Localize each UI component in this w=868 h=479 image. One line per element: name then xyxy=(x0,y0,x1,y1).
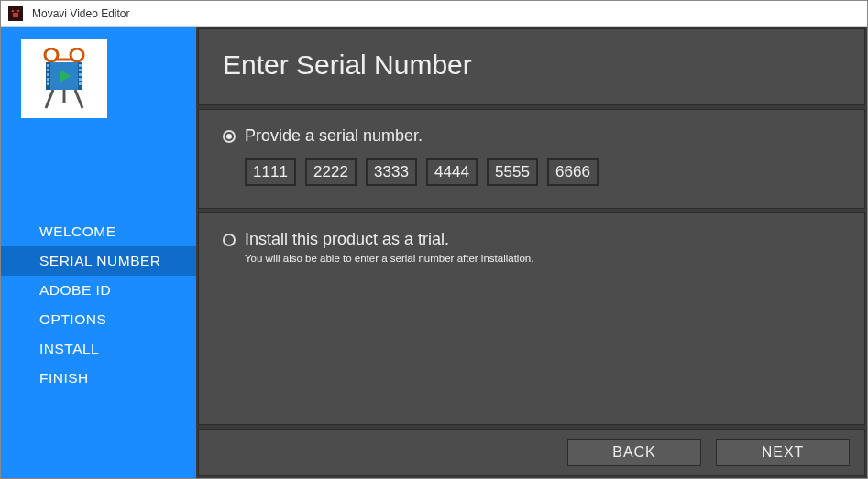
svg-rect-10 xyxy=(47,64,49,67)
nav: WELCOME SERIAL NUMBER ADOBE ID OPTIONS I… xyxy=(1,217,196,393)
panel-trial: Install this product as a trial. You wil… xyxy=(198,212,865,425)
radio-trial-label: Install this product as a trial. xyxy=(245,230,449,249)
svg-rect-14 xyxy=(47,82,49,85)
nav-item-serial-number[interactable]: SERIAL NUMBER xyxy=(1,246,196,276)
main: Enter Serial Number Provide a serial num… xyxy=(196,27,867,478)
serial-fields: 1111 2222 3333 4444 5555 6666 xyxy=(245,158,841,186)
svg-rect-3 xyxy=(13,13,18,17)
nav-item-adobe-id[interactable]: ADOBE ID xyxy=(1,276,196,305)
serial-field-2[interactable]: 2222 xyxy=(305,158,357,186)
footer: BACK NEXT xyxy=(198,429,865,476)
radio-provide-serial-label: Provide a serial number. xyxy=(245,126,423,146)
back-button[interactable]: BACK xyxy=(567,439,701,466)
installer-window: Movavi Video Editor xyxy=(0,0,868,479)
app-title: Movavi Video Editor xyxy=(32,7,130,20)
radio-button-icon xyxy=(223,130,236,143)
radio-provide-serial[interactable]: Provide a serial number. xyxy=(223,126,841,146)
svg-rect-11 xyxy=(47,69,49,71)
nav-item-options[interactable]: OPTIONS xyxy=(1,305,196,334)
svg-rect-16 xyxy=(79,69,82,71)
serial-field-3[interactable]: 3333 xyxy=(366,158,417,186)
svg-rect-18 xyxy=(79,78,82,81)
radio-trial[interactable]: Install this product as a trial. xyxy=(223,230,841,249)
nav-item-finish[interactable]: FINISH xyxy=(1,364,196,393)
page-header: Enter Serial Number xyxy=(198,28,865,105)
svg-point-2 xyxy=(17,9,20,12)
svg-rect-13 xyxy=(47,78,49,81)
nav-item-install[interactable]: INSTALL xyxy=(1,334,196,364)
svg-rect-15 xyxy=(79,64,82,67)
serial-field-6[interactable]: 6666 xyxy=(547,158,599,186)
svg-rect-12 xyxy=(47,73,49,76)
next-button[interactable]: NEXT xyxy=(716,439,850,466)
svg-line-22 xyxy=(75,90,82,108)
sidebar: WELCOME SERIAL NUMBER ADOBE ID OPTIONS I… xyxy=(1,27,196,478)
nav-item-welcome[interactable]: WELCOME xyxy=(1,217,196,246)
body: WELCOME SERIAL NUMBER ADOBE ID OPTIONS I… xyxy=(1,27,867,478)
svg-line-21 xyxy=(46,90,53,108)
radio-trial-subtext: You will also be able to enter a serial … xyxy=(245,253,841,264)
panel-serial: Provide a serial number. 1111 2222 3333 … xyxy=(198,109,865,209)
svg-point-1 xyxy=(12,9,15,12)
serial-field-1[interactable]: 1111 xyxy=(245,158,296,186)
titlebar: Movavi Video Editor xyxy=(1,1,867,27)
serial-field-5[interactable]: 5555 xyxy=(487,158,538,186)
svg-rect-17 xyxy=(79,73,82,76)
app-icon xyxy=(8,6,23,21)
svg-rect-19 xyxy=(79,82,82,85)
app-logo xyxy=(21,39,107,118)
radio-button-icon xyxy=(223,234,236,246)
serial-field-4[interactable]: 4444 xyxy=(426,158,478,186)
page-title: Enter Serial Number xyxy=(223,49,841,81)
